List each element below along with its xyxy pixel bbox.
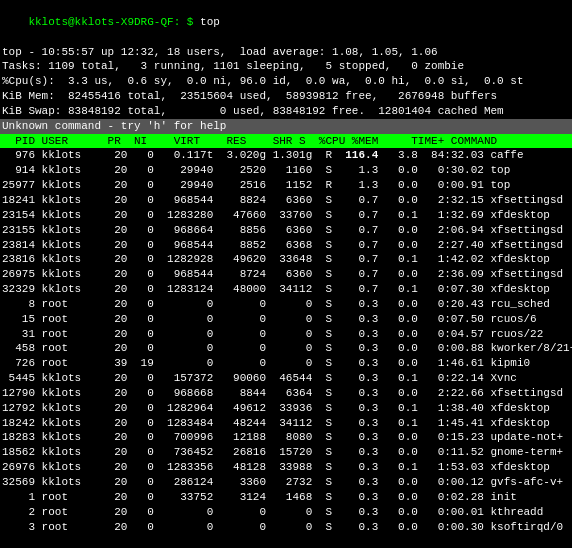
top-header-4: KiB Mem: 82455416 total, 23515604 used, … <box>0 89 572 104</box>
table-row: 5445 kklots 20 0 157372 90060 46544 S 0.… <box>0 371 572 386</box>
table-row: 23816 kklots 20 0 1282928 49620 33648 S … <box>0 252 572 267</box>
table-row: 18241 kklots 20 0 968544 8824 6360 S 0.7… <box>0 193 572 208</box>
initial-prompt-line: kklots@kklots-X9DRG-QF: $ top <box>0 0 572 45</box>
table-row: 458 root 20 0 0 0 0 S 0.3 0.0 0:00.88 kw… <box>0 341 572 356</box>
table-row: 25977 kklots 20 0 29940 2516 1152 R 1.3 … <box>0 178 572 193</box>
prompt-command: top <box>193 16 219 28</box>
table-row: 26976 kklots 20 0 1283356 48128 33988 S … <box>0 460 572 475</box>
table-row: 914 kklots 20 0 29940 2520 1160 S 1.3 0.… <box>0 163 572 178</box>
table-row: 1 root 20 0 33752 3124 1468 S 0.3 0.0 0:… <box>0 490 572 505</box>
table-row: 726 root 39 19 0 0 0 S 0.3 0.0 1:46.61 k… <box>0 356 572 371</box>
table-row: 8 root 20 0 0 0 0 S 0.3 0.0 0:20.43 rcu_… <box>0 297 572 312</box>
table-row: 23155 kklots 20 0 968664 8856 6360 S 0.7… <box>0 223 572 238</box>
table-row: 15 root 20 0 0 0 0 S 0.3 0.0 0:07.50 rcu… <box>0 312 572 327</box>
table-row: 18242 kklots 20 0 1283484 48244 34112 S … <box>0 416 572 431</box>
terminal: kklots@kklots-X9DRG-QF: $ top top - 10:5… <box>0 0 572 548</box>
table-row: 32569 kklots 20 0 286124 3360 2732 S 0.3… <box>0 475 572 490</box>
table-row: 976 kklots 20 0 0.117t 3.020g 1.301g R 1… <box>0 148 572 163</box>
table-row: 26975 kklots 20 0 968544 8724 6360 S 0.7… <box>0 267 572 282</box>
table-row: 2 root 20 0 0 0 0 S 0.3 0.0 0:00.01 kthr… <box>0 505 572 520</box>
kill-prompt-1: kklots@kklots-X9DRG-QF: $ kill Xvnc <box>0 534 572 548</box>
table-header: PID USER PR NI VIRT RES SHR S %CPU %MEM … <box>0 134 572 149</box>
table-row: 12792 kklots 20 0 1282964 49612 33936 S … <box>0 401 572 416</box>
table-row: 3 root 20 0 0 0 0 S 0.3 0.0 0:00.30 ksof… <box>0 520 572 535</box>
top-header-5: KiB Swap: 83848192 total, 0 used, 838481… <box>0 104 572 119</box>
table-body: 976 kklots 20 0 0.117t 3.020g 1.301g R 1… <box>0 148 572 534</box>
table-row: 31 root 20 0 0 0 0 S 0.3 0.0 0:04.57 rcu… <box>0 327 572 342</box>
table-row: 23814 kklots 20 0 968544 8852 6368 S 0.7… <box>0 238 572 253</box>
top-header-1: top - 10:55:57 up 12:32, 18 users, load … <box>0 45 572 60</box>
table-row: 23154 kklots 20 0 1283280 47660 33760 S … <box>0 208 572 223</box>
prompt-user: kklots@kklots-X9DRG-QF: $ <box>28 16 193 28</box>
table-row: 32329 kklots 20 0 1283124 48000 34112 S … <box>0 282 572 297</box>
top-header-3: %Cpu(s): 3.3 us, 0.6 sy, 0.0 ni, 96.0 id… <box>0 74 572 89</box>
top-header-2: Tasks: 1109 total, 3 running, 1101 sleep… <box>0 59 572 74</box>
table-row: 12790 kklots 20 0 968668 8844 6364 S 0.3… <box>0 386 572 401</box>
table-row: 18562 kklots 20 0 736452 26816 15720 S 0… <box>0 445 572 460</box>
unknown-command-line: Unknown command - try 'h' for help <box>0 119 572 134</box>
table-row: 18283 kklots 20 0 700996 12188 8080 S 0.… <box>0 430 572 445</box>
